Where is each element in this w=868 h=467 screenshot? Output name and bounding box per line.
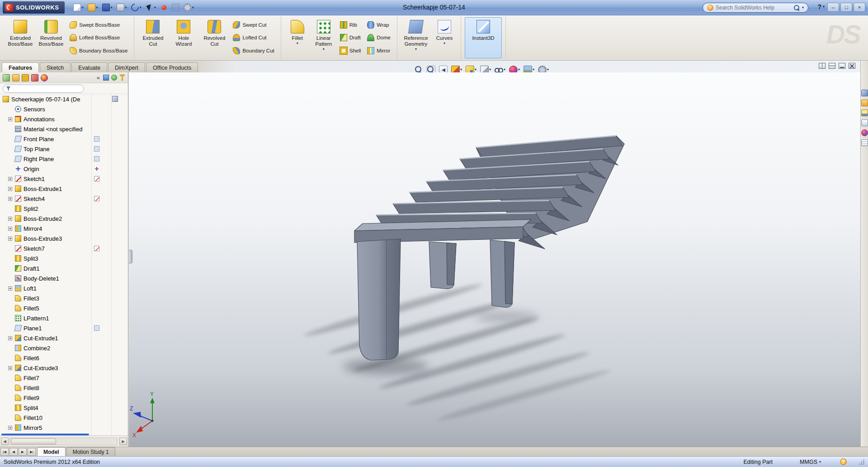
dimxpertmanager-icon[interactable] (31, 74, 38, 81)
configurationmanager-icon[interactable] (22, 74, 29, 81)
expand-toggle-icon[interactable] (8, 336, 12, 340)
tab-model[interactable]: Model (37, 447, 66, 456)
help-search-box[interactable]: ? ▾ (703, 3, 808, 13)
revolved-boss-base-button[interactable]: RevolvedBoss/Base (36, 17, 66, 58)
tree-item-mirror4[interactable]: Mirror4 (0, 224, 128, 234)
tile-pane-icon[interactable] (829, 63, 835, 69)
fillet-button[interactable]: Fillet▾ (285, 17, 310, 58)
tree-item-fillet9[interactable]: Fillet9 (0, 393, 128, 403)
linear-pattern-button[interactable]: LinearPattern▾ (311, 17, 336, 58)
tree-item-boss-extrude2[interactable]: Boss-Extrude2 (0, 214, 128, 224)
study-nav-3-button[interactable]: ▶| (28, 448, 36, 456)
minimize-frame-icon[interactable] (839, 63, 845, 69)
appearances-scenes-icon[interactable] (861, 129, 868, 136)
app-menu-button[interactable]: SOLIDWORKS (3, 1, 65, 14)
dropdown-caret-icon[interactable]: ▾ (475, 68, 476, 71)
tree-item-split3[interactable]: Split3 (0, 253, 128, 263)
tab-sketch[interactable]: Sketch (40, 62, 71, 72)
tree-item-cut-extrude3[interactable]: Cut-Extrude3 (0, 363, 128, 373)
resize-grip-icon[interactable] (859, 459, 864, 465)
study-nav-1-button[interactable]: ◀ (9, 448, 18, 456)
tree-item-boss-extrude3[interactable]: Boss-Extrude3 (0, 234, 128, 243)
dropdown-caret-icon[interactable]: ▾ (489, 68, 491, 71)
scrollbar-track[interactable] (9, 438, 118, 445)
tree-item-loft1[interactable]: Loft1 (0, 283, 128, 293)
status-help-icon[interactable]: ? (840, 458, 847, 465)
record-macro-button[interactable] (159, 3, 169, 12)
print-document-button[interactable]: ▾ (115, 3, 128, 12)
dropdown-caret-icon[interactable]: ▾ (192, 6, 194, 10)
boundary-boss-base-button[interactable]: Boundary Boss/Base (68, 47, 129, 55)
dropdown-caret-icon[interactable]: ▾ (140, 6, 142, 10)
display-pane-toggle-icon[interactable] (103, 75, 109, 81)
dropdown-caret-icon[interactable]: ▾ (154, 6, 156, 10)
select-button[interactable]: ▾ (144, 3, 157, 12)
tree-item-annotations[interactable]: Annotations (0, 114, 128, 124)
dropdown-caret-icon[interactable]: ▾ (504, 68, 505, 71)
expand-toggle-icon[interactable] (8, 187, 12, 191)
expand-toggle-icon[interactable] (8, 177, 12, 181)
close-button[interactable]: × (854, 3, 865, 12)
save-document-button[interactable]: ▾ (101, 3, 114, 12)
tree-item-sketch1[interactable]: Sketch1 (0, 174, 128, 184)
tree-item-draft1[interactable]: Draft1 (0, 263, 128, 273)
reference-geometry-button[interactable]: ReferenceGeometry▾ (401, 17, 431, 58)
tree-horizontal-scrollbar[interactable]: ◀ ▶ (0, 435, 128, 447)
expand-toggle-icon[interactable] (8, 426, 12, 430)
study-nav-2-button[interactable]: ▶ (19, 448, 27, 456)
custom-properties-icon[interactable] (861, 139, 868, 146)
undo-button[interactable]: ▾ (130, 3, 143, 12)
help-caret-icon[interactable]: ▾ (823, 5, 825, 9)
expand-toggle-icon[interactable] (8, 117, 12, 121)
dropdown-caret-icon[interactable]: ▾ (125, 6, 127, 10)
scroll-left-icon[interactable]: ◀ (1, 438, 9, 445)
show-hierarchy-icon[interactable] (111, 75, 117, 81)
tree-item-body-delete1[interactable]: Body-Delete1 (0, 273, 128, 283)
help-icon[interactable]: ? (817, 3, 821, 10)
collapse-panel-button[interactable]: « (96, 74, 101, 81)
graphics-area[interactable]: Y X Z (129, 72, 860, 447)
file-properties-button[interactable] (170, 3, 181, 12)
dropdown-caret-icon[interactable]: ▾ (460, 68, 462, 71)
boundary-cut-button[interactable]: Boundary Cut (231, 47, 276, 55)
tree-item-sketch4[interactable]: Sketch4 (0, 194, 128, 204)
lofted-cut-button[interactable]: Lofted Cut (231, 33, 276, 42)
tab-dimxpert[interactable]: DimXpert (108, 62, 145, 72)
tree-item-split2[interactable]: Split2 (0, 204, 128, 214)
model-3d[interactable] (354, 136, 624, 360)
curves-button[interactable]: Curves▾ (432, 17, 457, 58)
tree-item-split4[interactable]: Split4 (0, 403, 128, 413)
dropdown-caret-icon[interactable]: ▾ (323, 48, 325, 51)
revolved-cut-button[interactable]: RevolvedCut (199, 17, 229, 58)
open-document-button[interactable]: ▾ (86, 3, 99, 12)
help-menu[interactable]: ? ▾ (817, 3, 825, 10)
swept-boss-base-button[interactable]: Swept Boss/Base (68, 21, 129, 29)
search-icon[interactable] (794, 5, 800, 11)
featuremanager-design-tree-icon[interactable] (3, 74, 10, 81)
expand-toggle-icon[interactable] (8, 237, 12, 241)
study-nav-0-button[interactable]: |◀ (0, 448, 9, 456)
dome-button[interactable]: Dome (365, 33, 392, 42)
lofted-boss-base-button[interactable]: Lofted Boss/Base (68, 33, 129, 42)
propertymanager-icon[interactable] (12, 74, 19, 81)
dropdown-caret-icon[interactable]: ▾ (443, 42, 445, 45)
search-scope-caret-icon[interactable]: ▾ (802, 6, 804, 10)
dropdown-caret-icon[interactable]: ▾ (96, 6, 98, 10)
rib-button[interactable]: Rib (338, 21, 363, 29)
view-palette-icon[interactable] (861, 119, 868, 126)
tab-features[interactable]: Features (2, 62, 39, 72)
shell-button[interactable]: Shell (338, 47, 363, 55)
tree-item-fillet7[interactable]: Fillet7 (0, 373, 128, 383)
tree-item-lpattern1[interactable]: LPattern1 (0, 313, 128, 323)
dropdown-caret-icon[interactable]: ▾ (82, 6, 84, 10)
featuretree-flyout-handle[interactable] (129, 250, 132, 263)
dropdown-caret-icon[interactable]: ▾ (533, 68, 534, 71)
tab-evaluate[interactable]: Evaluate (71, 62, 107, 72)
hole-wizard-button[interactable]: HoleWizard (169, 17, 198, 58)
tree-item-boss-extrude1[interactable]: Boss-Extrude1 (0, 184, 128, 194)
tree-item-right-plane[interactable]: Right Plane (0, 154, 128, 164)
design-library-icon[interactable] (861, 100, 868, 106)
expand-toggle-icon[interactable] (8, 286, 12, 291)
tree-filter-icon[interactable] (119, 75, 125, 81)
displaymanager-icon[interactable] (41, 74, 48, 81)
